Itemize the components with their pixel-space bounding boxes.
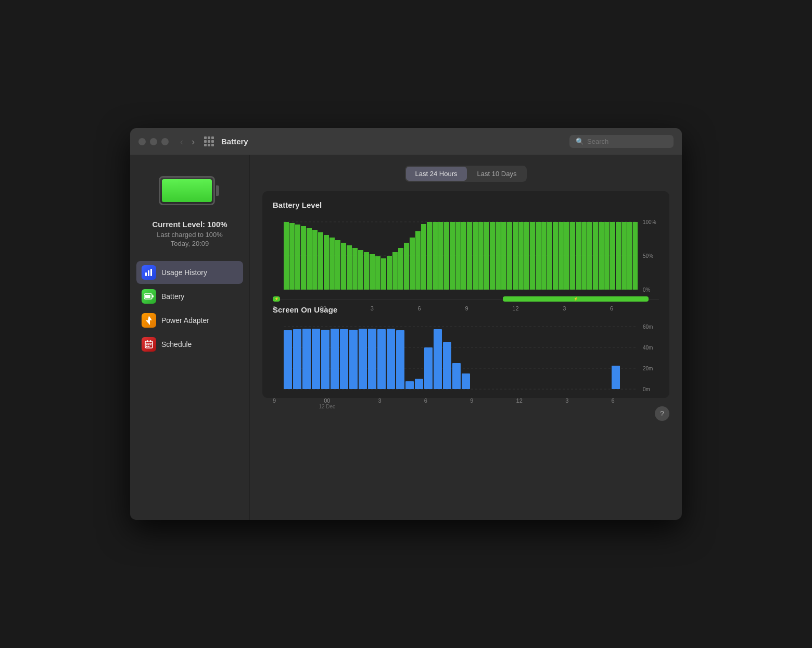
svg-rect-29 (324, 235, 329, 290)
svg-rect-43 (404, 243, 409, 290)
svg-rect-40 (387, 256, 392, 290)
grid-dot (204, 136, 207, 139)
svg-rect-71 (564, 222, 569, 290)
svg-rect-97 (331, 329, 339, 389)
last-24-hours-button[interactable]: Last 24 Hours (406, 167, 467, 181)
power-adapter-icon (142, 313, 156, 328)
svg-text:20m: 20m (643, 366, 653, 371)
svg-rect-62 (513, 222, 518, 290)
traffic-lights (138, 138, 169, 145)
svg-rect-107 (424, 347, 433, 389)
svg-rect-13 (150, 344, 152, 345)
grid-dot (208, 140, 210, 143)
svg-rect-53 (461, 222, 466, 290)
svg-rect-55 (473, 222, 478, 290)
svg-rect-106 (415, 379, 423, 389)
titlebar: ‹ › Battery 🔍 (130, 128, 682, 155)
svg-rect-22 (284, 222, 289, 290)
sidebar-item-usage-history[interactable]: Usage History (136, 261, 243, 284)
svg-rect-44 (410, 238, 415, 290)
maximize-button[interactable] (161, 138, 169, 145)
svg-rect-68 (547, 222, 552, 290)
svg-rect-56 (478, 222, 484, 290)
last-charged-label: Last charged to 100% (152, 231, 227, 239)
system-preferences-window: ‹ › Battery 🔍 (130, 128, 682, 520)
time-btn-group: Last 24 Hours Last 10 Days (405, 166, 527, 182)
forward-button[interactable]: › (188, 136, 198, 147)
battery-level-title: Battery Level (273, 201, 659, 209)
main-content: Last 24 Hours Last 10 Days Battery Level (250, 155, 682, 520)
svg-rect-99 (349, 330, 358, 389)
svg-marker-6 (146, 316, 152, 325)
svg-text:50%: 50% (643, 253, 653, 259)
svg-rect-63 (518, 222, 524, 290)
schedule-icon (142, 337, 156, 352)
svg-rect-64 (524, 222, 529, 290)
svg-rect-73 (576, 222, 581, 290)
svg-rect-37 (370, 254, 375, 290)
svg-rect-23 (289, 223, 295, 290)
search-box[interactable]: 🔍 (569, 135, 674, 148)
svg-rect-50 (444, 222, 449, 290)
svg-rect-11 (146, 344, 148, 345)
svg-rect-2 (150, 269, 152, 276)
svg-rect-4 (145, 295, 150, 298)
svg-rect-24 (295, 225, 300, 290)
svg-rect-10 (145, 343, 153, 344)
battery-info: Current Level: 100% Last charged to 100%… (152, 220, 227, 247)
svg-rect-42 (398, 248, 403, 290)
svg-rect-112 (612, 366, 620, 389)
svg-rect-30 (329, 238, 335, 290)
sidebar-item-schedule[interactable]: Schedule (136, 333, 243, 356)
close-button[interactable] (138, 138, 146, 145)
svg-rect-38 (375, 256, 380, 290)
svg-rect-79 (610, 222, 615, 290)
svg-rect-39 (381, 258, 386, 290)
svg-rect-109 (443, 342, 451, 389)
battery-level-chart: Battery Level 100% 50% 0% (273, 201, 659, 294)
screen-usage-svg: 60m 40m 20m 0m (273, 321, 659, 394)
usage-history-icon (142, 265, 156, 280)
power-adapter-label: Power Adapter (161, 316, 209, 325)
grid-dot (204, 140, 207, 143)
back-button[interactable]: ‹ (177, 136, 186, 147)
svg-text:0m: 0m (643, 387, 650, 392)
svg-rect-59 (496, 222, 501, 290)
sidebar-item-power-adapter[interactable]: Power Adapter (136, 309, 243, 332)
grid-dot (211, 144, 214, 146)
last-10-days-button[interactable]: Last 10 Days (468, 167, 526, 181)
svg-rect-41 (392, 252, 398, 290)
svg-rect-96 (321, 330, 329, 389)
svg-rect-101 (368, 329, 376, 389)
minimize-button[interactable] (150, 138, 157, 145)
charged-time-label: Today, 20:09 (152, 240, 227, 247)
svg-rect-32 (341, 243, 346, 290)
sidebar-item-battery[interactable]: Battery (136, 285, 243, 308)
search-icon: 🔍 (576, 138, 584, 145)
battery-nav-icon (142, 289, 156, 304)
svg-rect-108 (434, 329, 442, 389)
svg-rect-33 (347, 245, 352, 290)
svg-rect-52 (455, 222, 461, 290)
svg-rect-35 (358, 250, 363, 290)
svg-rect-104 (396, 330, 404, 389)
svg-rect-47 (427, 222, 432, 290)
svg-rect-57 (484, 222, 489, 290)
time-selector: Last 24 Hours Last 10 Days (262, 166, 669, 182)
svg-rect-25 (301, 226, 306, 290)
search-input[interactable] (587, 138, 667, 145)
svg-rect-28 (318, 232, 323, 290)
content-area: Current Level: 100% Last charged to 100%… (130, 155, 682, 520)
grid-icon[interactable] (204, 136, 214, 146)
svg-rect-95 (312, 329, 320, 389)
svg-rect-1 (148, 270, 149, 276)
svg-rect-54 (467, 222, 472, 290)
svg-rect-111 (462, 373, 470, 389)
svg-rect-69 (553, 222, 558, 290)
svg-rect-93 (293, 329, 301, 389)
nav-buttons: ‹ › (177, 136, 198, 147)
grid-dot (208, 136, 210, 139)
battery-level-svg: 100% 50% 0% (273, 217, 659, 295)
sidebar-navigation: Usage History Battery (136, 261, 243, 356)
svg-rect-51 (450, 222, 455, 290)
